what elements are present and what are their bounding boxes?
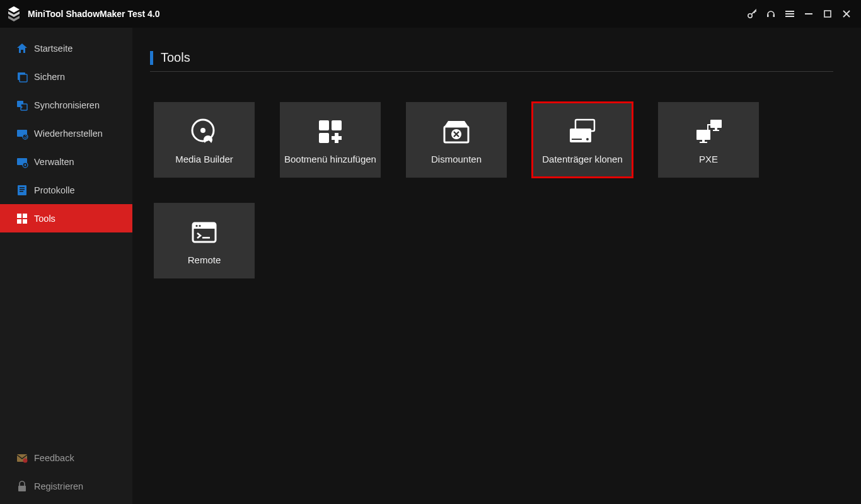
titlebar: MiniTool ShadowMaker Test 4.0 <box>0 0 861 28</box>
svg-rect-19 <box>18 185 26 195</box>
app-title: MiniTool ShadowMaker Test 4.0 <box>28 9 160 19</box>
tile-clone-disk[interactable]: Datenträger klonen <box>532 102 633 178</box>
footer-register-label: Registrieren <box>34 481 83 491</box>
sidebar-item-wiederherstellen[interactable]: Wiederherstellen <box>0 119 132 147</box>
tile-media-builder[interactable]: Media Builder <box>154 102 255 178</box>
svg-rect-44 <box>715 128 717 130</box>
manage-icon <box>15 155 29 169</box>
maximize-button[interactable] <box>818 4 837 23</box>
svg-rect-43 <box>710 120 722 128</box>
sidebar-item-verwalten[interactable]: Verwalten <box>0 147 132 176</box>
tile-label: Dismounten <box>431 154 482 164</box>
sidebar-item-label: Startseite <box>34 43 72 54</box>
sidebar-item-synchronisieren[interactable]: Synchronisieren <box>0 91 132 119</box>
tile-bootmenu[interactable]: Bootmenü hinzufügen <box>280 102 381 178</box>
page-title: Tools <box>161 50 190 65</box>
svg-rect-7 <box>824 11 831 17</box>
tile-label: Bootmenü hinzufügen <box>284 154 376 164</box>
restore-icon <box>15 127 29 140</box>
svg-point-31 <box>200 128 205 133</box>
sidebar-item-sichern[interactable]: Sichern <box>0 62 132 91</box>
sidebar-item-protokolle[interactable]: Protokolle <box>0 176 132 204</box>
svg-point-0 <box>748 14 752 18</box>
sidebar-item-label: Synchronisieren <box>34 100 100 110</box>
minimize-button[interactable] <box>799 4 818 23</box>
svg-point-51 <box>195 224 197 226</box>
svg-point-15 <box>23 134 28 139</box>
lock-icon <box>15 479 29 493</box>
box-x-icon <box>442 116 471 147</box>
tile-label: Datenträger klonen <box>542 154 623 164</box>
tile-pxe[interactable]: PXE <box>658 102 759 178</box>
svg-rect-5 <box>785 16 794 17</box>
svg-point-52 <box>199 224 200 226</box>
svg-rect-48 <box>700 142 707 143</box>
main-panel: Tools Media Builder Bootmenü hinzufügen … <box>132 28 861 504</box>
tile-label: PXE <box>699 154 718 164</box>
sidebar: Startseite Sichern Synchronisieren Wiede… <box>0 28 132 504</box>
svg-rect-53 <box>202 237 210 239</box>
sidebar-item-label: Sichern <box>34 72 65 82</box>
backup-icon <box>15 70 29 84</box>
app-logo <box>5 5 23 23</box>
headset-icon[interactable] <box>761 4 780 23</box>
sidebar-item-label: Wiederherstellen <box>34 129 103 139</box>
disc-icon <box>189 116 219 147</box>
footer-register[interactable]: Registrieren <box>0 472 132 500</box>
logs-icon <box>15 183 29 197</box>
svg-rect-47 <box>702 140 705 142</box>
svg-rect-42 <box>572 139 582 140</box>
svg-rect-1 <box>767 14 769 17</box>
svg-rect-33 <box>332 120 342 130</box>
svg-rect-34 <box>319 133 329 143</box>
menu-icon[interactable] <box>780 4 799 23</box>
footer-feedback-label: Feedback <box>34 453 74 463</box>
sidebar-item-label: Protokolle <box>34 185 74 195</box>
tile-label: Media Builder <box>175 154 233 164</box>
svg-rect-21 <box>20 189 25 190</box>
footer-feedback[interactable]: Feedback <box>0 444 132 472</box>
tile-dismount[interactable]: Dismounten <box>406 102 507 178</box>
home-icon <box>15 42 29 55</box>
svg-rect-6 <box>805 13 812 14</box>
sync-icon <box>15 98 29 112</box>
sidebar-item-label: Tools <box>34 214 55 224</box>
svg-rect-45 <box>713 130 719 131</box>
tools-grid: Media Builder Bootmenü hinzufügen Dismou… <box>150 102 833 278</box>
svg-rect-2 <box>773 14 775 17</box>
svg-point-41 <box>586 138 589 140</box>
network-icon <box>693 116 724 147</box>
svg-rect-26 <box>23 219 27 224</box>
svg-point-18 <box>25 164 26 166</box>
svg-rect-20 <box>20 187 25 188</box>
tools-icon <box>15 212 29 226</box>
tile-remote[interactable]: Remote <box>154 203 255 278</box>
svg-rect-25 <box>17 219 21 224</box>
svg-rect-29 <box>18 486 26 491</box>
disks-icon <box>567 116 598 147</box>
terminal-icon <box>190 217 218 248</box>
svg-rect-4 <box>785 13 794 14</box>
sidebar-item-startseite[interactable]: Startseite <box>0 34 132 62</box>
svg-point-28 <box>23 458 28 462</box>
svg-rect-23 <box>17 214 21 218</box>
grid-plus-icon <box>316 116 344 147</box>
svg-rect-24 <box>23 214 27 218</box>
svg-rect-36 <box>332 136 342 140</box>
feedback-icon <box>15 451 29 465</box>
svg-rect-22 <box>20 191 23 192</box>
svg-rect-3 <box>785 11 794 12</box>
svg-rect-11 <box>20 74 27 82</box>
close-button[interactable] <box>837 4 856 23</box>
svg-rect-32 <box>319 120 329 130</box>
sidebar-item-label: Verwalten <box>34 157 74 167</box>
tile-label: Remote <box>188 255 221 265</box>
key-icon[interactable] <box>743 4 761 23</box>
page-header: Tools <box>150 50 833 72</box>
sidebar-item-tools[interactable]: Tools <box>0 204 132 232</box>
header-accent-bar <box>150 51 153 65</box>
